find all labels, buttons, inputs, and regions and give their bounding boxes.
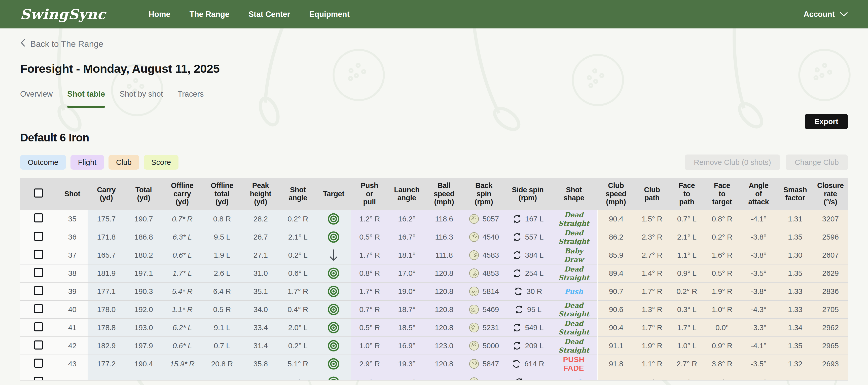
tab-shot-by-shot[interactable]: Shot by shot <box>120 90 163 107</box>
row-checkbox[interactable] <box>34 359 43 367</box>
row-checkbox[interactable] <box>34 304 43 313</box>
row-checkbox[interactable] <box>34 250 43 259</box>
column-header-shot-shape: Shot shape <box>550 178 597 210</box>
cell-face-to-path: 0.9° L <box>670 264 704 282</box>
cell-total: 197.1 <box>125 264 162 282</box>
back-spin-value: 5184 <box>482 378 499 381</box>
cell-club-speed: 90.4 <box>597 210 634 228</box>
target-hit-icon <box>328 340 339 352</box>
golf-ball-icon <box>467 249 480 262</box>
shot-table: ShotCarry (yd)Total (yd)Offline carry (y… <box>20 178 848 381</box>
cell-ball-speed: 120.8 <box>426 282 463 300</box>
cell-push-or-pull: 0.8° R <box>351 264 388 282</box>
cell-angle-of-attack: -3.5° <box>740 264 777 282</box>
column-header-closure-rate-s: Closure rate (°/s) <box>813 178 848 210</box>
filter-chip-outcome[interactable]: Outcome <box>20 155 66 170</box>
change-club-button[interactable]: Change Club <box>786 155 848 170</box>
side-spin-icon <box>512 232 522 242</box>
account-menu[interactable]: Account <box>804 10 848 19</box>
cell-offline-total: 9.5 L <box>202 228 242 246</box>
side-spin-value: 254 L <box>525 269 544 278</box>
side-spin-icon <box>512 268 522 278</box>
nav-link-the-range[interactable]: The Range <box>190 10 229 19</box>
cell-club-speed: 89.4 <box>597 264 634 282</box>
cell-closure-rate: 2607 <box>813 246 848 264</box>
cell-push-or-pull: 0.7° R <box>351 300 388 319</box>
column-header-peak-height-yd: Peak height (yd) <box>242 178 279 210</box>
cell-peak-height: 35.1 <box>242 282 279 300</box>
column-header-angle-of-attack: Angle of attack <box>740 178 777 210</box>
export-button[interactable]: Export <box>805 114 848 129</box>
tab-shot-table[interactable]: Shot table <box>67 90 105 107</box>
cell-shot-angle: 5.1° R <box>279 355 316 373</box>
row-checkbox[interactable] <box>34 268 43 277</box>
cell-back-spin: 5814 <box>463 282 505 300</box>
cell-target <box>316 337 351 355</box>
club-actions: Remove Club (0 shots)Change Club <box>685 155 848 170</box>
select-all-checkbox[interactable] <box>34 189 43 197</box>
cell-smash-factor: 1.35 <box>777 337 813 355</box>
back-spin-value: 5057 <box>482 215 499 223</box>
cell-push-or-pull: 2.3° R <box>351 373 388 381</box>
cell-face-to-target: 0.9° R <box>704 337 740 355</box>
cell-side-spin: 254 L <box>505 264 550 282</box>
filter-chip-flight[interactable]: Flight <box>70 155 104 170</box>
nav-link-stat-center[interactable]: Stat Center <box>248 10 290 19</box>
filter-chip-club[interactable]: Club <box>108 155 139 170</box>
tab-overview[interactable]: Overview <box>20 90 53 107</box>
cell-back-spin: 5469 <box>463 300 505 319</box>
cell-offline-total: 2.6 L <box>202 264 242 282</box>
column-header-carry-yd: Carry (yd) <box>88 178 125 210</box>
page-title: Foresight - Monday, August 11, 2025 <box>20 62 848 75</box>
row-checkbox[interactable] <box>34 286 43 295</box>
cell-shot-shape: Push <box>550 282 597 300</box>
cell-shot: 37 <box>57 246 88 264</box>
cell-smash-factor: 1.30 <box>777 246 813 264</box>
cell-total: 190.7 <box>125 210 162 228</box>
cell-face-to-path: 0.3° L <box>670 300 704 319</box>
golf-ball-icon <box>467 357 481 371</box>
row-checkbox[interactable] <box>34 232 43 241</box>
target-hit-icon <box>328 267 339 279</box>
golf-ball-icon <box>467 284 481 299</box>
row-checkbox[interactable] <box>34 322 43 331</box>
row-checkbox[interactable] <box>34 214 43 222</box>
cell-smash-factor: 1.34 <box>777 373 813 381</box>
target-hit-icon <box>328 322 339 333</box>
remove-club-0-shots-button[interactable]: Remove Club (0 shots) <box>685 155 780 170</box>
column-header-back-spin-rpm: Back spin (rpm) <box>463 178 505 210</box>
cell-face-to-path: 0.8° L <box>670 373 704 381</box>
side-spin-value: 167 L <box>525 215 544 223</box>
row-checkbox[interactable] <box>34 341 43 350</box>
cell-side-spin: 557 L <box>505 228 550 246</box>
cell-launch-angle: 18.1° <box>388 246 426 264</box>
cell-total: 190.3 <box>125 282 162 300</box>
cell-carry: 175.7 <box>88 210 125 228</box>
shot-shape-label: DeadStraight <box>558 301 589 318</box>
cell-total: 186.8 <box>125 228 162 246</box>
cell-carry: 181.9 <box>88 264 125 282</box>
tab-tracers[interactable]: Tracers <box>178 90 204 107</box>
cell-closure-rate: 2596 <box>813 228 848 246</box>
cell-club-speed: 91.5 <box>597 373 634 381</box>
side-spin-value: 549 L <box>525 323 544 332</box>
cell-select <box>20 210 57 228</box>
row-checkbox[interactable] <box>34 377 43 381</box>
nav-link-home[interactable]: Home <box>149 10 170 19</box>
back-link[interactable]: Back to The Range <box>20 38 103 49</box>
nav-link-equipment[interactable]: Equipment <box>309 10 350 19</box>
cell-push-or-pull: 1.7° R <box>351 246 388 264</box>
cell-peak-height: 33.5 <box>242 373 279 381</box>
filter-chip-score[interactable]: Score <box>144 155 179 170</box>
back-spin-value: 4853 <box>482 269 499 278</box>
cell-back-spin: 5847 <box>463 355 505 373</box>
cell-closure-rate: 3207 <box>813 210 848 228</box>
shot-shape-label: DeadStraight <box>558 229 589 245</box>
cell-peak-height: 26.7 <box>242 228 279 246</box>
table-row: 40178.0192.01.1* R0.5 R34.00.4° R0.7° R1… <box>20 300 848 319</box>
cell-back-spin: 4583 <box>463 246 505 264</box>
table-body: 35175.7190.70.7* R0.8 R28.20.2° R1.2° R1… <box>20 210 848 381</box>
cell-back-spin: 4853 <box>463 264 505 282</box>
cell-smash-factor: 1.33 <box>777 300 813 319</box>
cell-carry: 165.7 <box>88 246 125 264</box>
